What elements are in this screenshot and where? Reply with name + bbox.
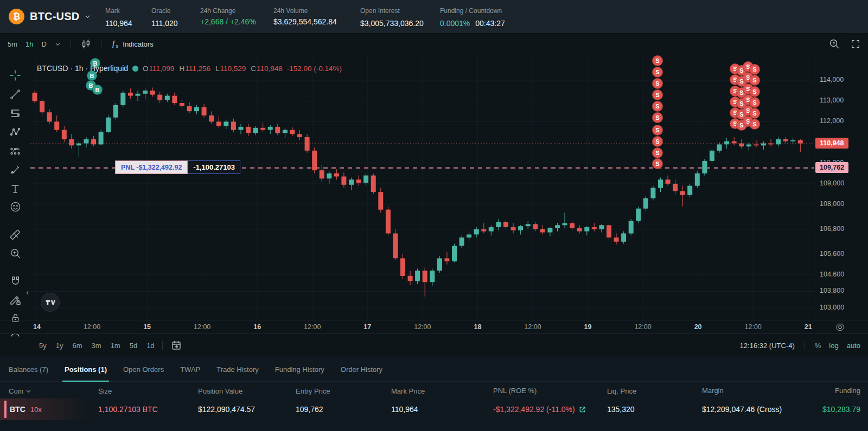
hide-drawings-panel-arrow[interactable]: ‹ (26, 287, 29, 297)
time-tick: 12:00 (745, 323, 762, 331)
share-pnl-external-link-icon[interactable] (579, 406, 586, 413)
range-button-6m[interactable]: 6m (72, 342, 82, 350)
go-to-date-calendar-icon[interactable] (171, 340, 182, 351)
stat-value: +2,668 / +2.46% (200, 17, 273, 26)
stat-value: $3,005,733,036.20 (360, 19, 440, 28)
sell-marker-icon: S (652, 78, 663, 89)
scale-controls: 12:16:32 (UTC-4) % log auto (740, 341, 868, 350)
stat-label[interactable]: Open Interest (360, 7, 400, 16)
range-button-1d[interactable]: 1d (146, 342, 154, 350)
sort-chevron-icon (25, 388, 31, 394)
tab-trade-history[interactable]: Trade History (216, 357, 259, 381)
tab-order-history[interactable]: Order History (341, 357, 382, 381)
forecast-tool-icon[interactable] (8, 145, 22, 157)
sell-marker-icon: S (652, 147, 663, 158)
entry-price-label: 109,762 (815, 162, 848, 173)
price-axis[interactable]: 114,000113,000112,000110,000109,000108,0… (814, 54, 868, 320)
interval-menu-chevron-icon[interactable] (55, 41, 61, 47)
change-value: -152.00 (-0.14%) (287, 65, 342, 73)
chart-canvas[interactable]: BTCUSD · 1h · Hyperliquid O111,099 H111,… (30, 54, 814, 320)
range-button-3m[interactable]: 3m (92, 342, 101, 350)
price-tick: 103,800 (820, 287, 844, 294)
price-tick: 104,600 (820, 271, 844, 278)
chart-toolbar-right (829, 38, 860, 49)
toolbar-divider (101, 38, 101, 49)
positions-table-header: CoinSizePosition ValueEntry PriceMark Pr… (0, 382, 868, 398)
stat-oracle: Oracle111,020 (151, 7, 200, 28)
positions-panel: Balances (7)Positions (1)Open OrdersTWAP… (0, 357, 868, 431)
stat-label[interactable]: Funding / Countdown (440, 7, 502, 16)
column-header-pnl-roe[interactable]: PNL (ROE %) (493, 387, 607, 396)
fib-retracement-tool-icon[interactable] (8, 107, 22, 119)
time-axis-settings-gear-icon[interactable] (835, 323, 845, 332)
tab-open-orders[interactable]: Open Orders (123, 357, 164, 381)
time-tick: 15 (143, 323, 151, 331)
percent-scale-button[interactable]: % (815, 342, 821, 350)
crosshair-tool-icon[interactable] (8, 69, 22, 81)
emoji-tool-icon[interactable] (8, 201, 22, 213)
price-tick: 113,000 (820, 97, 844, 104)
range-button-5y[interactable]: 5y (39, 342, 47, 350)
sell-marker-icon: S (652, 55, 663, 66)
stat-label[interactable]: Mark (105, 7, 120, 16)
hyperliquid-trading-app: ₿ BTC-USD Mark110,964Oracle111,02024h Ch… (0, 0, 868, 431)
sell-marker-icon: S (652, 101, 663, 112)
btc-coin-icon: ₿ (9, 9, 24, 24)
pair-selector[interactable]: ₿ BTC-USD (0, 9, 105, 24)
close-value: 110,948 (257, 65, 283, 73)
stat-open-interest: Open Interest$3,005,733,036.20 (360, 7, 440, 28)
tab-funding-history[interactable]: Funding History (275, 357, 324, 381)
stat-mark: Mark110,964 (105, 7, 151, 28)
sell-marker-icon: S (652, 89, 663, 100)
tradingview-logo[interactable] (41, 293, 60, 312)
tab-balances-7[interactable]: Balances (7) (9, 357, 48, 381)
quick-search-flash-icon[interactable] (829, 38, 840, 49)
interval-button-1h[interactable]: 1h (25, 40, 33, 48)
text-tool-icon[interactable] (8, 183, 22, 194)
zoom-in-tool-icon[interactable] (8, 248, 22, 259)
candlestick-series[interactable] (30, 54, 814, 320)
time-tick: 14 (33, 323, 41, 331)
fullscreen-icon[interactable] (851, 39, 860, 49)
pair-title: BTC-USD (30, 10, 79, 23)
drawing-lock-tool-icon[interactable] (8, 294, 22, 306)
tab-twap[interactable]: TWAP (180, 357, 200, 381)
column-header-coin[interactable]: Coin (0, 387, 98, 395)
time-tick: 12:00 (414, 323, 431, 331)
auto-scale-button[interactable]: auto (847, 342, 860, 350)
time-tick: 21 (805, 323, 812, 331)
funding-cell: $10,283.79 (808, 405, 868, 414)
chart-style-candles-button[interactable] (81, 39, 91, 49)
time-tick: 12:00 (84, 323, 100, 331)
stat-label[interactable]: Oracle (151, 7, 170, 16)
ruler-tool-icon[interactable] (8, 229, 22, 241)
indicators-button[interactable]: ƒx Indicators (111, 38, 154, 49)
pnl-value: -$1,322,492.92 (-11.0%) (493, 405, 575, 414)
stat-label: 24h Volume (273, 7, 308, 15)
xabcd-pattern-tool-icon[interactable] (8, 126, 22, 138)
log-scale-button[interactable]: log (829, 342, 838, 350)
size-cell: 1,100.27103 BTC (98, 405, 198, 414)
magnet-tool-icon[interactable] (8, 275, 22, 287)
tab-positions-1[interactable]: Positions (1) (65, 357, 107, 381)
time-axis[interactable]: 1412:001512:001612:001712:001812:001912:… (0, 320, 868, 333)
date-range-buttons: 5y1y6m3m1m5d1d (0, 342, 155, 350)
range-button-5d[interactable]: 5d (130, 342, 137, 350)
interval-button-d[interactable]: D (42, 40, 47, 48)
time-tick: 12:00 (634, 323, 651, 331)
range-button-1y[interactable]: 1y (56, 342, 63, 350)
price-tick: 108,000 (820, 200, 844, 208)
interval-button-5m[interactable]: 5m (8, 40, 17, 48)
legend-symbol: BTCUSD · 1h · Hyperliquid (37, 64, 128, 73)
column-header-margin[interactable]: Margin (702, 387, 808, 396)
brush-tool-icon[interactable] (8, 164, 22, 176)
range-button-1m[interactable]: 1m (111, 342, 120, 350)
chart-legend: BTCUSD · 1h · Hyperliquid O111,099 H111,… (37, 64, 342, 73)
trend-line-tool-icon[interactable] (8, 88, 22, 100)
chevron-down-icon (85, 14, 91, 20)
column-header-funding[interactable]: Funding (808, 387, 868, 396)
position-line-label[interactable]: PNL -$1,322,492.92 -1,100.27103 (115, 160, 240, 174)
fx-icon: ƒx (111, 38, 118, 49)
chart-bottom-bar: 5y1y6m3m1m5d1d 12:16:32 (UTC-4) % log au… (0, 333, 868, 357)
clock-utc-label: 12:16:32 (UTC-4) (740, 342, 795, 350)
